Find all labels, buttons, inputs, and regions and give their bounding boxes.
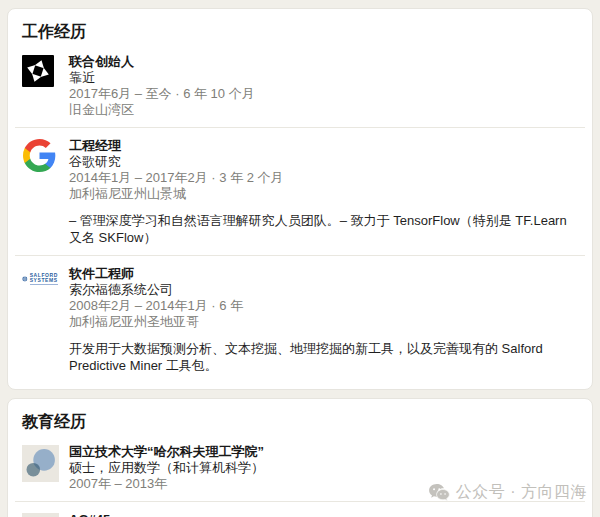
school-name[interactable]: AG#45	[69, 511, 578, 517]
degree: 硕士，应用数学（和计算机科学）	[69, 460, 578, 476]
job-title: 工程经理	[69, 137, 578, 154]
job-location: 加利福尼亚州山景城	[69, 186, 578, 202]
company-name[interactable]: 靠近	[69, 70, 578, 86]
school-placeholder-icon	[22, 445, 59, 482]
job-date-range: 2008年2月 – 2014年1月 · 6 年	[69, 298, 578, 314]
google-g-icon	[23, 139, 56, 172]
watermark: 公众号 · 方向四海	[428, 482, 587, 503]
salford-logo-text-line2: SYSTEMS	[30, 278, 58, 283]
school-placeholder-icon	[22, 513, 59, 517]
work-entry: 联合创始人 靠近 2017年6月 – 至今 · 6 年 10 个月 旧金山湾区	[8, 44, 592, 127]
job-location: 加利福尼亚州圣地亚哥	[69, 314, 578, 330]
job-title: 软件工程师	[69, 265, 578, 282]
school-logo[interactable]	[22, 511, 58, 517]
job-description: – 管理深度学习和自然语言理解研究人员团队。– 致力于 TensorFlow（特…	[69, 212, 578, 246]
globe-icon	[22, 274, 28, 284]
work-entry: 工程经理 谷歌研究 2014年1月 – 2017年2月 · 3 年 2 个月 加…	[8, 128, 592, 255]
work-experience-card: 工作经历 联合创始人 靠近 2017年6月 – 至今 · 6 年 10 个月 旧…	[7, 8, 593, 390]
job-date-range: 2017年6月 – 至今 · 6 年 10 个月	[69, 86, 578, 102]
company-logo-google[interactable]	[22, 137, 58, 172]
company-logo-salford[interactable]: SALFORD SYSTEMS	[22, 265, 58, 285]
company-name[interactable]: 索尔福德系统公司	[69, 282, 578, 298]
company-logo-near[interactable]	[22, 53, 58, 87]
education-section-title: 教育经历	[8, 403, 592, 434]
school-logo[interactable]	[22, 443, 58, 482]
near-pinwheel-icon	[22, 55, 54, 87]
salford-systems-icon: SALFORD SYSTEMS	[22, 267, 58, 285]
school-name[interactable]: 国立技术大学“哈尔科夫理工学院”	[69, 443, 578, 460]
work-section-title: 工作经历	[8, 13, 592, 44]
job-description: 开发用于大数据预测分析、文本挖掘、地理挖掘的新工具，以及完善现有的 Salfor…	[69, 340, 578, 374]
work-entry: SALFORD SYSTEMS 软件工程师 索尔福德系统公司 2008年2月 –…	[8, 256, 592, 383]
wechat-icon	[428, 483, 450, 502]
company-name[interactable]: 谷歌研究	[69, 154, 578, 170]
education-entry: AG#45 2000年 – 2007年	[8, 502, 592, 517]
watermark-text: 公众号 · 方向四海	[456, 482, 587, 503]
job-date-range: 2014年1月 – 2017年2月 · 3 年 2 个月	[69, 170, 578, 186]
job-title: 联合创始人	[69, 53, 578, 70]
job-location: 旧金山湾区	[69, 102, 578, 118]
